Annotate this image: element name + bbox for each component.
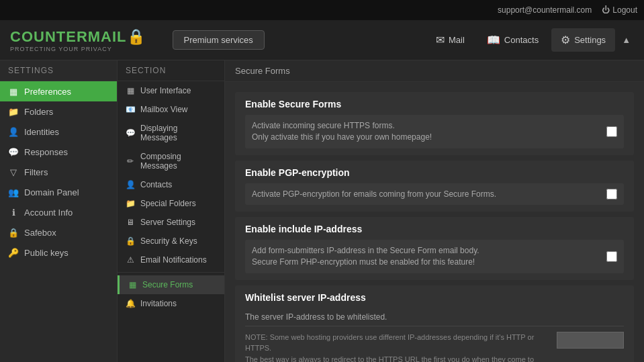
section-item-displaying-messages[interactable]: 💬 Displaying Messages <box>118 119 224 147</box>
mailbox-view-icon: 📧 <box>126 105 135 114</box>
section-divider <box>118 272 224 273</box>
nav-settings[interactable]: ⚙ Settings <box>551 28 615 52</box>
sidebar-item-preferences[interactable]: ▦ Preferences <box>0 81 117 101</box>
special-folders-icon: 📁 <box>126 199 135 208</box>
displaying-messages-icon: 💬 <box>126 128 135 138</box>
content-body: Enable Secure Forms Activate incoming se… <box>225 82 644 362</box>
enable-pgp-title: Enable PGP-encryption <box>245 167 624 178</box>
sidebar-item-identities[interactable]: 👤 Identities <box>0 122 117 142</box>
user-email: support@countermail.com <box>498 5 592 15</box>
domain-panel-icon: 👥 <box>8 187 19 197</box>
sidebar-item-folders[interactable]: 📁 Folders <box>0 101 117 122</box>
sidebar-item-responses[interactable]: 💬 Responses <box>0 142 117 162</box>
nav-contacts[interactable]: 📖 Contacts <box>477 28 548 52</box>
contacts-icon: 📖 <box>487 34 500 46</box>
folders-icon: 📁 <box>8 106 19 117</box>
section-item-contacts[interactable]: 👤 Contacts <box>118 175 224 194</box>
enable-secure-forms-section: Enable Secure Forms Activate incoming se… <box>235 92 634 155</box>
section-panel: Section ▦ User Interface 📧 Mailbox View … <box>118 60 225 362</box>
section-header: Section <box>118 60 224 81</box>
whitelist-notes: NOTE: Some web hosting providers use dif… <box>245 332 550 362</box>
nav-mail[interactable]: ✉ Mail <box>426 28 474 52</box>
filters-icon: ▽ <box>8 167 19 177</box>
enable-ip-description: Add form-submitters IP-address in the Se… <box>252 245 600 268</box>
enable-ip-title: Enable include IP-address <box>245 224 624 234</box>
whitelist-label: The server IP-address to be whitelisted. <box>245 308 624 326</box>
whitelist-content: NOTE: Some web hosting providers use dif… <box>245 332 624 362</box>
whitelist-title: Whitelist server IP-address <box>245 292 624 303</box>
nav-buttons: ✉ Mail 📖 Contacts ⚙ Settings ▲ <box>426 28 634 52</box>
collapse-icon[interactable]: ▲ <box>618 32 634 48</box>
responses-icon: 💬 <box>8 146 19 157</box>
enable-pgp-description: Activate PGP-encryption for emails comin… <box>252 189 600 200</box>
enable-pgp-checkbox[interactable] <box>606 189 617 199</box>
section-item-invitations[interactable]: 🔔 Invitations <box>118 294 224 313</box>
enable-pgp-section: Enable PGP-encryption Activate PGP-encry… <box>235 161 634 212</box>
account-info-icon: ℹ <box>8 207 19 218</box>
power-icon: ⏻ <box>602 5 610 15</box>
section-item-email-notifications[interactable]: ⚠ Email Notifications <box>118 251 224 269</box>
whitelist-ip-input[interactable] <box>557 332 624 349</box>
security-keys-icon: 🔒 <box>126 236 135 246</box>
identities-icon: 👤 <box>8 126 19 137</box>
sidebar-item-public-keys[interactable]: 🔑 Public keys <box>0 242 117 263</box>
content-area: Secure Forms Enable Secure Forms Activat… <box>225 60 644 362</box>
user-interface-icon: ▦ <box>126 86 135 95</box>
sidebar-item-safebox[interactable]: 🔒 Safebox <box>0 222 117 242</box>
enable-secure-forms-checkbox[interactable] <box>606 126 617 137</box>
mail-icon: ✉ <box>436 34 445 46</box>
section-item-mailbox-view[interactable]: 📧 Mailbox View <box>118 100 224 119</box>
enable-secure-forms-title: Enable Secure Forms <box>245 99 624 109</box>
premium-button[interactable]: Premium services <box>173 30 265 50</box>
contacts-section-icon: 👤 <box>126 180 135 189</box>
settings-icon: ⚙ <box>561 34 570 46</box>
section-item-composing-messages[interactable]: ✏ Composing Messages <box>118 147 224 175</box>
main-layout: Settings ▦ Preferences 📁 Folders 👤 Ident… <box>0 60 644 362</box>
enable-secure-forms-description: Activate incoming secure HTTPS forms.Onl… <box>252 120 600 143</box>
enable-secure-forms-row: Activate incoming secure HTTPS forms.Onl… <box>245 115 624 148</box>
sidebar-item-domain-panel[interactable]: 👥 Domain Panel <box>0 182 117 202</box>
enable-ip-section: Enable include IP-address Add form-submi… <box>235 217 634 280</box>
sidebar-item-filters[interactable]: ▽ Filters <box>0 162 117 182</box>
composing-messages-icon: ✏ <box>126 156 135 166</box>
logo: COUNTERMAIL🔒 PROTECTING YOUR PRIVACY <box>10 28 146 52</box>
header: COUNTERMAIL🔒 PROTECTING YOUR PRIVACY Pre… <box>0 20 644 60</box>
whitelist-form-section: Whitelist server IP-address The server I… <box>235 285 634 362</box>
sidebar: Settings ▦ Preferences 📁 Folders 👤 Ident… <box>0 60 118 362</box>
sidebar-item-account-info[interactable]: ℹ Account Info <box>0 202 117 222</box>
section-item-secure-forms[interactable]: ▦ Secure Forms <box>118 275 224 294</box>
top-bar: support@countermail.com ⏻ Logout <box>0 0 644 20</box>
preferences-icon: ▦ <box>8 86 19 97</box>
enable-ip-row: Add form-submitters IP-address in the Se… <box>245 240 624 273</box>
enable-ip-checkbox[interactable] <box>606 251 617 262</box>
whitelist-section: Whitelist server IP-address The server I… <box>235 285 634 362</box>
secure-forms-icon: ▦ <box>128 280 137 289</box>
section-item-user-interface[interactable]: ▦ User Interface <box>118 81 224 100</box>
invitations-icon: 🔔 <box>126 299 135 308</box>
safebox-icon: 🔒 <box>8 227 19 238</box>
email-notifications-icon: ⚠ <box>126 255 135 265</box>
section-item-security-keys[interactable]: 🔒 Security & Keys <box>118 232 224 251</box>
server-settings-icon: 🖥 <box>126 218 135 227</box>
section-item-special-folders[interactable]: 📁 Special Folders <box>118 194 224 213</box>
section-item-server-settings[interactable]: 🖥 Server Settings <box>118 213 224 232</box>
enable-pgp-row: Activate PGP-encryption for emails comin… <box>245 183 624 206</box>
logout-button[interactable]: ⏻ Logout <box>602 5 637 15</box>
sidebar-header: Settings <box>0 60 117 81</box>
public-keys-icon: 🔑 <box>8 247 19 258</box>
content-header: Secure Forms <box>225 60 644 82</box>
